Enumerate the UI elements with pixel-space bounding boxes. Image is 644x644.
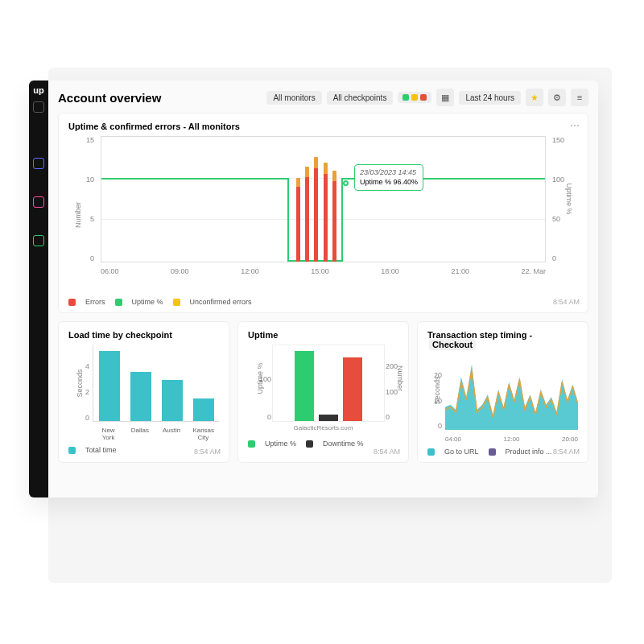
chart-uptime-errors: Number Uptime % 151050 150100500 [68, 136, 578, 293]
grid-icon[interactable]: ▦ [436, 89, 454, 106]
x-axis-ticks: 06:0009:0012:0015:0018:0021:0022. Mar [101, 267, 546, 275]
tooltip-marker [343, 180, 349, 186]
panel-load-time: Load time by checkpoint Seconds 420 New … [58, 321, 229, 463]
page-title: Account overview [58, 91, 262, 105]
main-content: Account overview All monitors All checkp… [48, 80, 598, 497]
svg-marker-0 [445, 365, 578, 430]
panel-timestamp: 8:54 AM [553, 298, 580, 306]
header: Account overview All monitors All checkp… [58, 89, 588, 106]
panel-title: Load time by checkpoint [68, 330, 219, 340]
legend-up-label: Uptime % [265, 440, 296, 448]
x-axis-labels: New YorkDallasAustinKansas City [93, 427, 219, 441]
panel-timestamp: 8:54 AM [194, 448, 221, 456]
gear-icon[interactable]: ⚙ [548, 89, 566, 106]
bars [273, 345, 384, 421]
sidebar: up [29, 80, 48, 497]
panel-uptime-site: Uptime Uptime % Number 1000 2001000 Gala [237, 321, 409, 463]
area-plot [445, 354, 578, 430]
panel-title: Uptime [248, 330, 398, 340]
y-axis-right-ticks: 150100500 [549, 136, 578, 262]
legend-url-icon [427, 448, 435, 456]
y-axis-right-ticks: 2001000 [386, 345, 403, 421]
logo: up [33, 85, 43, 95]
status-color-filter[interactable] [398, 92, 431, 103]
legend-url-label: Go to URL [444, 448, 479, 456]
status-green-icon [402, 94, 409, 101]
status-red-icon [420, 94, 427, 101]
legend: Errors Uptime % Unconfirmed errors [68, 298, 578, 306]
legend-errors-label: Errors [85, 298, 105, 306]
tooltip-timestamp: 23/03/2023 14:45 [360, 168, 418, 178]
more-icon[interactable]: ⋯ [570, 120, 580, 131]
tooltip: 23/03/2023 14:45 Uptime % 96.40% [354, 164, 423, 191]
legend-errors-icon [68, 299, 76, 306]
chart-load-time: Seconds 420 New YorkDallasAustinKansas C… [68, 345, 219, 441]
legend-unconfirmed-label: Unconfirmed errors [190, 298, 252, 306]
legend-unconfirmed-icon [173, 299, 180, 306]
search-icon[interactable] [33, 101, 44, 113]
nav-icon-2[interactable] [33, 196, 44, 208]
x-axis-ticks: 04:0012:0020:00 [445, 436, 578, 443]
panel-timestamp: 8:54 AM [374, 448, 400, 456]
x-axis-label: GalacticResorts.com [272, 424, 374, 431]
plot-area: Uptime % Number 1000 2001000 [272, 345, 385, 422]
legend-up-icon [248, 440, 255, 448]
nav-icon-1[interactable] [33, 158, 44, 169]
plot-area [93, 345, 219, 422]
nav-icon-3[interactable] [33, 235, 44, 246]
y-axis-ticks: 420 [68, 345, 89, 422]
y-axis-left-ticks: 151050 [68, 136, 97, 262]
menu-icon[interactable]: ≡ [571, 89, 588, 106]
tooltip-value: Uptime % 96.40% [360, 178, 418, 188]
panel-uptime-errors: Uptime & confirmed errors - All monitors… [58, 113, 588, 313]
star-icon[interactable]: ★ [526, 89, 543, 106]
panel-transaction-timing: Transaction step timing - Checkout Secon… [417, 321, 588, 463]
filter-checkpoints[interactable]: All checkpoints [327, 91, 394, 105]
legend-down-icon [306, 440, 313, 448]
legend: Uptime % Downtime % [248, 440, 398, 448]
legend-total-icon [68, 447, 76, 454]
app-window: up Account overview All monitors All che… [29, 80, 598, 497]
legend-down-label: Downtime % [323, 440, 364, 448]
status-yellow-icon [411, 94, 418, 101]
panel-timestamp: 8:54 AM [553, 448, 580, 456]
panel-title-selector[interactable]: Checkout [429, 339, 476, 350]
chart-transaction: Seconds 20100 04:0012:0020:00 [427, 354, 578, 443]
plot-area: 23/03/2023 14:45 Uptime % 96.40% [101, 136, 546, 262]
legend-product-label: Product info ... [506, 448, 552, 456]
y-axis-ticks: 20100 [427, 354, 442, 430]
time-range[interactable]: Last 24 hours [459, 91, 521, 105]
filter-monitors[interactable]: All monitors [266, 91, 321, 105]
legend-uptime-label: Uptime % [132, 298, 163, 306]
legend-uptime-icon [115, 299, 122, 306]
legend-product-icon [489, 448, 496, 456]
y-axis-left-ticks: 1000 [254, 345, 271, 421]
panel-title: Uptime & confirmed errors - All monitors [68, 122, 578, 131]
panel-title: Transaction step timing - Checkout [427, 330, 578, 349]
legend-total-label: Total time [85, 446, 117, 454]
